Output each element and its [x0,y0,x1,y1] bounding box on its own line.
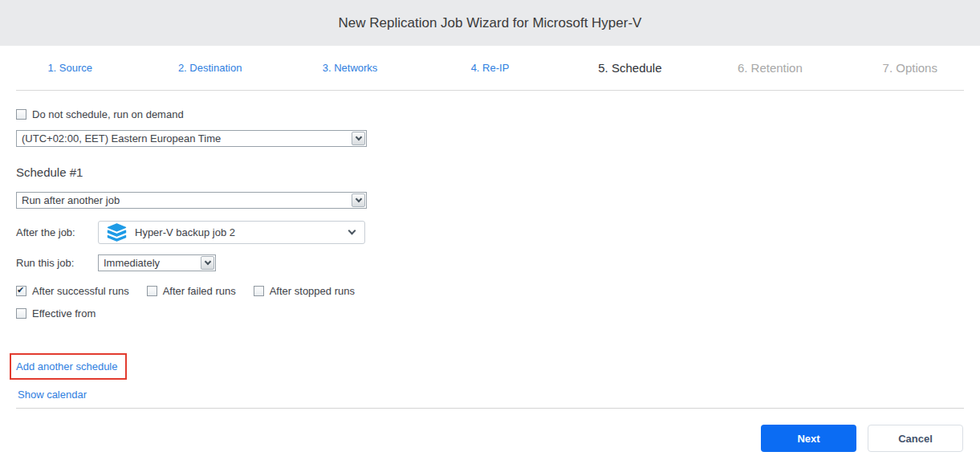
after-failed-runs-label: After failed runs [163,285,236,297]
footer-buttons: Next Cancel [0,409,980,464]
after-job-label: After the job: [16,226,98,238]
tab-networks[interactable]: 3. Networks [280,62,420,74]
after-stopped-runs-label: After stopped runs [270,285,355,297]
run-this-job-row: Run this job: Immediately [16,254,964,271]
wizard-footer: Next Cancel [0,408,980,464]
tab-source[interactable]: 1. Source [0,62,140,74]
schedule-type-dropdown-arrow-icon[interactable] [352,193,365,207]
after-job-value: Hyper-V backup job 2 [135,226,341,238]
run-this-job-dropdown-arrow-icon[interactable] [201,256,214,270]
schedule-type-value: Run after another job [17,194,351,206]
do-not-schedule-label: Do not schedule, run on demand [32,108,184,120]
wizard-titlebar: New Replication Job Wizard for Microsoft… [0,0,980,46]
run-this-job-label: Run this job: [16,257,98,269]
do-not-schedule-row[interactable]: Do not schedule, run on demand [16,108,964,120]
page-title: New Replication Job Wizard for Microsoft… [339,15,642,31]
after-job-select[interactable]: Hyper-V backup job 2 [98,221,365,244]
after-stopped-runs-row[interactable]: After stopped runs [254,285,355,297]
schedule-type-select[interactable]: Run after another job [16,192,367,209]
after-failed-runs-row[interactable]: After failed runs [147,285,236,297]
add-another-schedule-link[interactable]: Add another schedule [16,360,117,372]
after-successful-runs-checkbox[interactable] [16,286,26,296]
after-successful-runs-row[interactable]: After successful runs [16,285,129,297]
timezone-value: (UTC+02:00, EET) Eastern European Time [17,132,351,144]
tab-retention: 6. Retention [700,61,840,75]
tab-re-ip[interactable]: 4. Re-IP [420,62,559,74]
do-not-schedule-checkbox[interactable] [16,109,26,120]
schedule-step-content: Do not schedule, run on demand (UTC+02:0… [0,91,980,401]
after-job-chevron-down-icon [348,227,356,235]
tab-destination[interactable]: 2. Destination [140,62,279,74]
timezone-dropdown-arrow-icon[interactable] [352,132,365,145]
tab-schedule[interactable]: 5. Schedule [560,61,700,75]
tab-options: 7. Options [840,61,980,75]
layers-icon [107,223,127,242]
run-conditions-row: After successful runs After failed runs … [16,285,964,297]
after-stopped-runs-checkbox[interactable] [254,286,264,296]
after-failed-runs-checkbox[interactable] [147,286,157,296]
effective-from-row[interactable]: Effective from [16,307,964,320]
schedule-section-title: Schedule #1 [16,165,964,179]
effective-from-checkbox[interactable] [16,308,26,319]
effective-from-label: Effective from [32,307,96,320]
wizard-steps: 1. Source 2. Destination 3. Networks 4. … [0,46,980,90]
after-successful-runs-label: After successful runs [32,285,129,297]
run-this-job-select[interactable]: Immediately [98,254,216,271]
wizard-window: New Replication Job Wizard for Microsoft… [0,0,980,464]
run-this-job-value: Immediately [99,257,200,269]
cancel-button[interactable]: Cancel [868,425,963,452]
show-calendar-link[interactable]: Show calendar [18,389,87,401]
annotation-highlight: Add another schedule [10,353,127,380]
next-button[interactable]: Next [761,425,856,452]
after-job-row: After the job: Hyper-V backup job 2 [16,221,964,244]
timezone-select[interactable]: (UTC+02:00, EET) Eastern European Time [16,130,367,147]
